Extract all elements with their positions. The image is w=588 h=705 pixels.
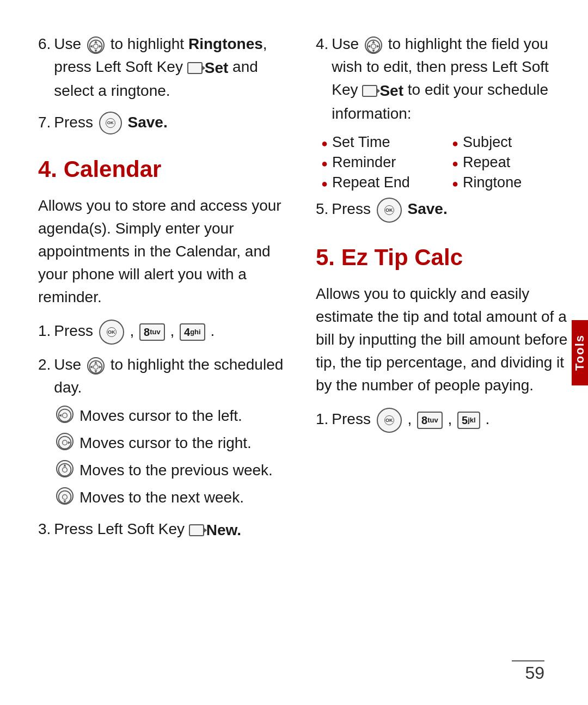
sub-item-up: Moves to the previous week.	[54, 459, 289, 482]
bullet-ringtone: ● Ringtone	[452, 174, 572, 191]
svg-marker-27	[372, 50, 375, 52]
svg-point-25	[371, 44, 376, 48]
cal-step-1-number: 1.	[38, 320, 51, 342]
svg-marker-17	[68, 442, 70, 444]
bullet-grid: ● Set Time ● Subject ● Reminder ● Repeat…	[321, 134, 572, 191]
cal-step-3-number: 3.	[38, 518, 51, 541]
bullet-label-reminder: Reminder	[332, 154, 396, 171]
bullet-label-subject: Subject	[463, 134, 512, 151]
bullet-dot-4: ●	[452, 157, 458, 170]
nav-circle-icon-2	[87, 357, 105, 375]
key-8tuv: 8 tuv	[139, 323, 165, 341]
menu-ok-btn-ez1: OK	[377, 408, 402, 433]
bullet-subject: ● Subject	[452, 134, 572, 151]
step-7-content: Press OK Save.	[54, 111, 289, 135]
right-column: 4. Use to highlight the field yo	[305, 33, 572, 672]
svg-point-7	[94, 364, 99, 369]
menu-ok-inner: OK	[106, 118, 115, 128]
section-5-heading: 5. Ez Tip Calc	[316, 244, 572, 271]
bullet-dot-6: ●	[452, 177, 458, 190]
svg-point-19	[63, 468, 68, 473]
right-step-4-before: Use	[332, 35, 359, 52]
menu-ok-btn-5: OK	[377, 198, 402, 223]
bullet-dot-2: ●	[452, 137, 458, 150]
bullet-label-repeat: Repeat	[463, 154, 510, 171]
svg-marker-3	[94, 50, 97, 52]
cal-step-2-number: 2.	[38, 353, 51, 376]
ez-step-1-content: Press OK , 8 tuv , 5 jkl .	[332, 408, 572, 433]
ez-step-1: 1. Press OK , 8 tuv , 5 jkl .	[316, 408, 572, 433]
key-5jkl: 5 jkl	[457, 412, 480, 429]
svg-marker-26	[372, 40, 375, 42]
cal-step-3-text: Press Left Soft Key	[54, 520, 185, 537]
bullet-label-repeat-end: Repeat End	[332, 174, 410, 191]
sub-item-left: Moves cursor to the left.	[54, 404, 289, 427]
nav-right-icon	[56, 433, 74, 450]
separator-line	[512, 660, 544, 661]
key-4ghi: 4 ghi	[180, 323, 205, 341]
set-to-edit-label: Set	[379, 79, 403, 102]
svg-marker-10	[90, 365, 92, 368]
tools-side-tab: Tools	[572, 320, 588, 385]
ok-inner-5: OK	[384, 205, 394, 215]
nav-circle-icon	[87, 36, 105, 54]
svg-marker-8	[94, 361, 97, 363]
right-step-4-content: Use to highlight the field you wish to e…	[332, 33, 572, 125]
cal-step-3-content: Press Left Soft Key New.	[54, 518, 289, 542]
ok-inner: OK	[107, 327, 117, 337]
sub-item-right-text: Moves cursor to the right.	[79, 432, 252, 455]
cal-step-1: 1. Press OK , 8 tuv , 4 ghi .	[38, 320, 289, 345]
section-5-description: Allows you to quickly and easily estimat…	[316, 283, 572, 397]
right-step-5-save: Save.	[408, 200, 448, 217]
soft-key-label: Set	[205, 57, 229, 79]
bullet-repeat: ● Repeat	[452, 154, 572, 171]
bullet-label-set-time: Set Time	[332, 134, 390, 151]
soft-key-new: New.	[189, 519, 241, 542]
sub-item-up-text: Moves to the previous week.	[79, 459, 273, 482]
period1: .	[210, 323, 215, 340]
bullet-dot-1: ●	[321, 137, 328, 150]
ok-inner-ez1: OK	[384, 415, 394, 425]
cal-step-2: 2. Use to highlight the scheduled	[38, 353, 289, 509]
comma1: ,	[130, 323, 134, 340]
cal-step-1-text: Press	[54, 323, 93, 340]
svg-marker-28	[367, 45, 370, 47]
cal-step-1-content: Press OK , 8 tuv , 4 ghi .	[54, 320, 289, 345]
section-4-heading: 4. Calendar	[38, 156, 289, 182]
nav-circle-icon-right	[365, 36, 382, 54]
soft-key-set-right: Set	[362, 79, 403, 102]
menu-ok-btn-cal1: OK	[99, 320, 124, 345]
step-6-bold: Ringtones	[188, 35, 263, 52]
bullet-repeat-end: ● Repeat End	[321, 174, 441, 191]
svg-marker-9	[94, 370, 97, 372]
bullet-label-ringtone: Ringtone	[463, 174, 522, 191]
cal-step-2-before: Use	[54, 356, 81, 373]
page-container: 6. Use to highlight R	[0, 0, 588, 705]
sub-item-left-text: Moves cursor to the left.	[79, 404, 242, 427]
tools-label: Tools	[573, 334, 587, 371]
bullet-reminder: ● Reminder	[321, 154, 441, 171]
page-number: 59	[525, 663, 544, 683]
menu-ok-button: OK	[99, 112, 122, 134]
soft-key-set-right-icon	[362, 85, 377, 97]
sub-item-down: Moves to the next week.	[54, 486, 289, 509]
right-step-5-content: Press OK Save.	[332, 198, 572, 223]
comma3: ,	[408, 410, 412, 427]
svg-point-16	[63, 440, 68, 445]
step-7: 7. Press OK Save.	[38, 111, 289, 135]
period2: .	[485, 410, 489, 427]
ez-step-1-number: 1.	[316, 408, 328, 431]
nav-up-icon	[56, 460, 74, 477]
svg-marker-20	[63, 464, 66, 467]
svg-marker-29	[377, 45, 379, 47]
sub-item-down-text: Moves to the next week.	[79, 486, 244, 509]
bullet-dot-5: ●	[321, 177, 328, 190]
step-7-number: 7.	[38, 111, 51, 134]
svg-marker-14	[59, 414, 62, 417]
svg-marker-11	[99, 365, 101, 368]
step-6-text-after: to highlight	[111, 35, 188, 52]
key-8tuv-ez: 8 tuv	[417, 412, 443, 429]
bullet-set-time: ● Set Time	[321, 134, 441, 151]
nav-down-icon	[56, 487, 74, 505]
sub-item-right: Moves cursor to the right.	[54, 432, 289, 455]
